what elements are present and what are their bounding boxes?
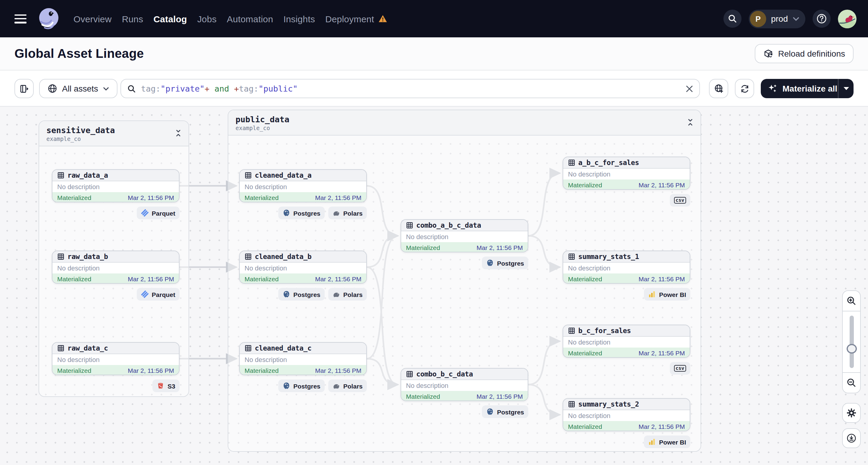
materialize-all-label: Materialize all (782, 84, 837, 93)
asset-status: Materialized (57, 275, 91, 282)
asset-status: Materialized (568, 423, 602, 430)
globe-icon (48, 84, 57, 93)
asset-status-row: Materialized Mar 2, 11:56 PM (53, 192, 179, 203)
kind-badge-parquet[interactable]: Parquet (137, 288, 180, 301)
table-asset-icon (568, 327, 575, 334)
nav-item-insights[interactable]: Insights (283, 13, 315, 24)
kind-badge-polars[interactable]: Polars (328, 207, 367, 219)
asset-status-row: Materialized Mar 2, 11:56 PM (563, 180, 690, 190)
asset-node-summary_stats_1[interactable]: summary_stats_1 No description Materiali… (563, 251, 690, 284)
graph-settings-button[interactable] (842, 403, 861, 423)
zoom-slider-thumb[interactable] (846, 344, 857, 353)
collapse-group-button[interactable] (685, 118, 695, 127)
nav-item-runs[interactable]: Runs (122, 13, 143, 24)
asset-badges: PostgresPolars (239, 207, 367, 219)
table-asset-icon (568, 401, 575, 408)
polars-icon (333, 382, 340, 390)
asset-description: No description (563, 262, 690, 274)
environment-switcher[interactable]: P prod (749, 9, 805, 28)
kind-badge-postgres[interactable]: Postgres (278, 288, 325, 301)
group-header[interactable]: public_data example_co (228, 110, 701, 135)
kind-badge-power-bi[interactable]: Power BI (644, 435, 690, 448)
kind-badge-label: Postgres (293, 290, 320, 298)
view-selection-button[interactable] (709, 79, 728, 98)
dagster-app: OverviewRunsCatalogJobsAutomationInsight… (0, 0, 868, 465)
asset-status: Materialized (568, 349, 602, 356)
nav-item-jobs[interactable]: Jobs (197, 13, 217, 24)
asset-node-summary_stats_2[interactable]: summary_stats_2 No description Materiali… (563, 398, 690, 431)
s3-icon (157, 382, 164, 390)
nav-item-catalog[interactable]: Catalog (153, 13, 187, 24)
kind-badge-polars[interactable]: Polars (328, 288, 367, 301)
asset-timestamp: Mar 2, 11:56 PM (128, 194, 174, 201)
asset-status-row: Materialized Mar 2, 11:56 PM (53, 365, 179, 375)
nav-item-automation[interactable]: Automation (227, 13, 273, 24)
asset-status-row: Materialized Mar 2, 11:56 PM (401, 242, 528, 252)
dagster-logo-icon[interactable] (35, 5, 63, 33)
nav-item-deployment[interactable]: Deployment (325, 13, 387, 24)
user-avatar[interactable] (838, 9, 857, 28)
asset-node-raw_data_b[interactable]: raw_data_b No description Materialized M… (52, 251, 180, 284)
search-button[interactable] (723, 10, 742, 28)
group-subtitle: example_co (46, 135, 183, 142)
reload-definitions-button[interactable]: Reload definitions (754, 44, 854, 63)
asset-selection-query: tag:"private"+ and +tag:"public" (141, 84, 681, 93)
zoom-in-button[interactable] (843, 291, 860, 311)
asset-node-b_c_for_sales[interactable]: b_c_for_sales No description Materialize… (563, 324, 690, 358)
postgres-icon (486, 259, 494, 267)
asset-node-header: cleaned_data_a (240, 170, 366, 181)
asset-node-combo_b_c_data[interactable]: combo_b_c_data No description Materializ… (401, 368, 528, 401)
kind-badge-csv[interactable]: csv (670, 194, 690, 207)
asset-name: cleaned_data_b (255, 252, 311, 261)
asset-name: cleaned_data_a (255, 171, 311, 180)
refresh-button[interactable] (735, 79, 754, 98)
reload-definitions-icon (763, 49, 773, 59)
kind-badge-power-bi[interactable]: Power BI (644, 288, 690, 301)
zoom-out-button[interactable] (843, 372, 860, 393)
materialize-options-button[interactable] (838, 79, 854, 98)
kind-badge-label: Postgres (497, 259, 524, 267)
asset-node-combo_a_b_c_data[interactable]: combo_a_b_c_data No description Material… (401, 219, 528, 252)
kind-badge-csv[interactable]: csv (670, 362, 690, 375)
asset-timestamp: Mar 2, 11:56 PM (639, 181, 685, 188)
lineage-canvas[interactable]: sensitive_data example_co public_data ex… (0, 106, 868, 465)
asset-node-a_b_c_for_sales[interactable]: a_b_c_for_sales No description Materiali… (563, 157, 690, 190)
clear-query-icon[interactable] (685, 85, 693, 92)
materialize-all-button[interactable]: Materialize all (761, 84, 838, 93)
help-button[interactable] (813, 10, 831, 28)
kind-badge-parquet[interactable]: Parquet (137, 207, 180, 219)
csv-file-icon: csv (674, 365, 686, 372)
postgres-icon (282, 382, 290, 390)
kind-badge-postgres[interactable]: Postgres (482, 405, 528, 418)
kind-badge-postgres[interactable]: Postgres (278, 207, 325, 219)
zoom-slider[interactable] (843, 311, 860, 372)
nav-right: P prod (723, 9, 857, 28)
hamburger-menu-icon[interactable] (14, 14, 27, 23)
asset-status-row: Materialized Mar 2, 11:56 PM (240, 192, 366, 203)
group-title: public_data (236, 115, 694, 124)
open-left-panel-button[interactable] (14, 79, 34, 98)
collapse-group-button[interactable] (174, 128, 183, 138)
download-image-button[interactable] (842, 428, 861, 448)
asset-node-cleaned_data_b[interactable]: cleaned_data_b No description Materializ… (239, 251, 367, 284)
asset-node-cleaned_data_c[interactable]: cleaned_data_c No description Materializ… (239, 342, 367, 375)
asset-node-cleaned_data_a[interactable]: cleaned_data_a No description Materializ… (239, 169, 367, 203)
nav-item-overview[interactable]: Overview (73, 13, 112, 24)
kind-badge-polars[interactable]: Polars (328, 379, 367, 392)
asset-scope-dropdown[interactable]: All assets (39, 79, 118, 98)
asset-description: No description (240, 354, 366, 365)
asset-name: b_c_for_sales (578, 327, 631, 335)
lineage-toolbar: All assets tag:"private"+ and +tag:"publ… (0, 70, 868, 106)
kind-badge-postgres[interactable]: Postgres (482, 257, 528, 269)
nav-item-label: Automation (227, 13, 273, 24)
group-header[interactable]: sensitive_data example_co (39, 121, 189, 146)
panel-toggle-icon (19, 84, 29, 94)
gear-icon (846, 408, 857, 418)
asset-node-raw_data_a[interactable]: raw_data_a No description Materialized M… (52, 169, 180, 203)
asset-selection-input[interactable]: tag:"private"+ and +tag:"public" (121, 79, 700, 98)
kind-badge-s3[interactable]: S3 (152, 379, 180, 392)
zoom-slider-track[interactable] (849, 316, 854, 368)
asset-node-raw_data_c[interactable]: raw_data_c No description Materialized M… (52, 342, 180, 375)
kind-badge-postgres[interactable]: Postgres (278, 379, 325, 392)
postgres-icon (282, 290, 290, 298)
